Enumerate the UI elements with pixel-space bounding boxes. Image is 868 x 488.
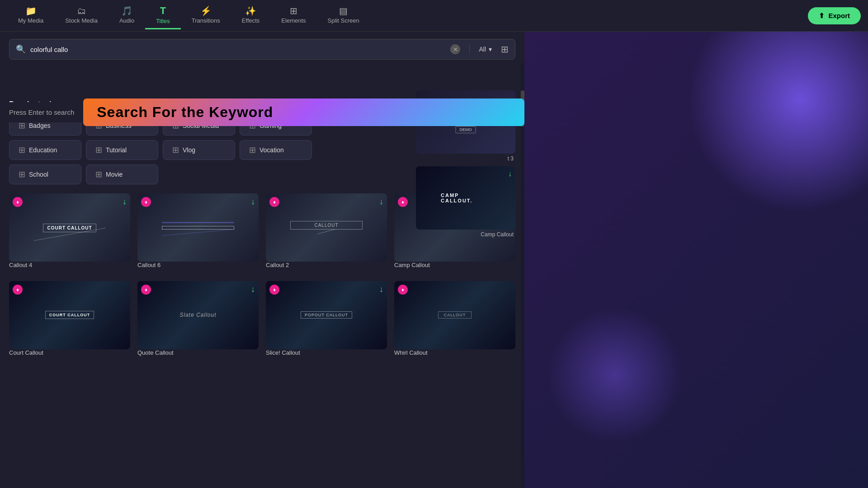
press-enter-hint: Press Enter to search Search For the Key… [0,99,524,126]
vlog-icon: ⊞ [172,145,179,155]
export-button[interactable]: ⬆ Export [808,7,861,24]
result-whirl-callout[interactable]: CALLOUT Whirl Callout [394,281,515,360]
whirl-callout-thumb: CALLOUT [394,281,515,349]
left-panel: 🔍 ✕ All ▾ ⊞ Press Enter to search Search… [0,32,524,488]
preview-thumb-bottom: CAMP CALLOUT. ↓ [416,166,515,230]
topic-movie-label: Movie [106,171,123,178]
search-clear-button[interactable]: ✕ [450,44,460,54]
right-panel [524,32,868,488]
result-court-callout[interactable]: COURT CALLOUT Court Callout [9,281,130,360]
topic-school[interactable]: ⊞ School [9,164,81,184]
nav-my-media-label: My Media [18,17,43,24]
result-quote-callout[interactable]: Slate Callout ↓ Quote Callout [137,281,259,360]
nav-titles[interactable]: T Titles [145,2,181,29]
main-container: 🔍 ✕ All ▾ ⊞ Press Enter to search Search… [0,32,868,488]
keyword-banner: Search For the Keyword [83,99,524,126]
bg-circle-2 [547,307,683,443]
audio-icon: 🎵 [121,6,132,15]
export-upload-icon: ⬆ [819,12,825,20]
transitions-icon: ⚡ [200,6,212,15]
education-icon: ⊞ [19,145,25,155]
download-icon-quote: ↓ [251,285,255,294]
vocation-icon: ⊞ [249,145,256,155]
movie-icon: ⊞ [95,169,102,179]
nav-split-screen[interactable]: ▤ Split Screen [317,3,370,29]
search-bar: 🔍 ✕ All ▾ ⊞ [9,39,515,60]
premium-badge-camp [398,197,408,207]
nav-stock-media-label: Stock Media [65,17,98,24]
preview-bottom-label: Camp Callout [416,231,515,238]
court-callout-label: Court Callout [9,349,130,356]
whirl-callout-label: Whirl Callout [394,349,515,356]
premium-badge-callout4 [13,197,23,207]
callout-4-thumb: COURT CALLOUT ↓ [9,193,130,262]
quote-callout-text: Slate Callout [179,312,216,318]
nav-elements[interactable]: ⊞ Elements [270,3,316,29]
stock-media-icon: 🗂 [77,6,86,15]
result-callout-6[interactable]: ↓ Callout 6 [137,193,259,272]
filter-label: All [479,46,486,53]
nav-titles-label: Titles [156,18,170,24]
premium-badge-callout2 [269,197,279,207]
result-slice-callout[interactable]: POPOUT CALLOUT ↓ Slice! Callout [266,281,387,360]
tutorial-icon: ⊞ [95,145,102,155]
download-icon-callout2: ↓ [379,197,383,206]
nav-audio[interactable]: 🎵 Audio [108,3,145,29]
preview-demo: DEMO [456,126,476,133]
preview-top-label: t 3 [416,155,515,162]
split-screen-icon: ▤ [339,6,348,15]
topic-vlog[interactable]: ⊞ Vlog [163,140,235,160]
callout-2-thumb: CALLOUT ↓ [266,193,387,262]
premium-badge-court [13,285,23,295]
nav-transitions-label: Transitions [192,17,220,24]
school-icon: ⊞ [19,169,25,179]
export-label: Export [828,12,850,19]
nav-split-screen-label: Split Screen [328,17,359,24]
topic-tutorial[interactable]: ⊞ Tutorial [86,140,158,160]
chevron-down-icon: ▾ [489,46,492,53]
bg-circle-1 [687,32,868,212]
quote-callout-thumb: Slate Callout ↓ [137,281,259,349]
results-section-2: COURT CALLOUT Court Callout Slate Callou… [9,281,515,360]
download-icon-callout4: ↓ [123,197,127,206]
topic-school-label: School [29,171,48,178]
search-filter-dropdown[interactable]: All ▾ [479,46,492,53]
topic-education[interactable]: ⊞ Education [9,140,81,160]
premium-badge-whirl [398,285,408,295]
top-navigation: 📁 My Media 🗂 Stock Media 🎵 Audio T Title… [0,0,868,32]
topic-movie[interactable]: ⊞ Movie [86,164,158,184]
download-icon-callout6: ↓ [251,197,255,206]
panel-scrollbar [521,63,524,488]
callout-6-thumb: ↓ [137,193,259,262]
effects-icon: ✨ [245,6,256,15]
preview-camp-text: CAMP CALLOUT. [441,192,491,203]
topic-vocation[interactable]: ⊞ Vocation [240,140,312,160]
search-icon: 🔍 [16,44,26,54]
nav-transitions[interactable]: ⚡ Transitions [181,3,231,29]
slice-callout-label: Slice! Callout [266,349,387,356]
nav-elements-label: Elements [281,17,306,24]
topic-vlog-label: Vlog [183,146,195,154]
topic-vocation-label: Vocation [259,146,284,154]
preview-download-icon: ↓ [508,170,512,178]
premium-badge-slice [269,285,279,295]
callout-4-label: Callout 4 [9,262,130,268]
nav-audio-label: Audio [119,17,134,24]
nav-effects-label: Effects [242,17,260,24]
my-media-icon: 📁 [25,6,37,15]
nav-effects[interactable]: ✨ Effects [231,3,271,29]
premium-badge-quote [141,285,151,295]
result-callout-2[interactable]: CALLOUT ↓ Callout 2 [266,193,387,272]
premium-badge-callout6 [141,197,151,207]
nav-my-media[interactable]: 📁 My Media [7,3,54,29]
nav-stock-media[interactable]: 🗂 Stock Media [54,3,108,29]
quote-callout-label: Quote Callout [137,349,259,356]
court-callout-thumb: COURT CALLOUT [9,281,130,349]
titles-icon: T [160,6,166,16]
result-callout-4[interactable]: COURT CALLOUT ↓ Callout 4 [9,193,130,272]
search-input[interactable] [30,46,446,53]
callout-6-label: Callout 6 [137,262,259,268]
topic-education-label: Education [29,146,57,154]
grid-view-icon[interactable]: ⊞ [501,44,509,55]
results-grid-2: COURT CALLOUT Court Callout Slate Callou… [9,281,515,360]
